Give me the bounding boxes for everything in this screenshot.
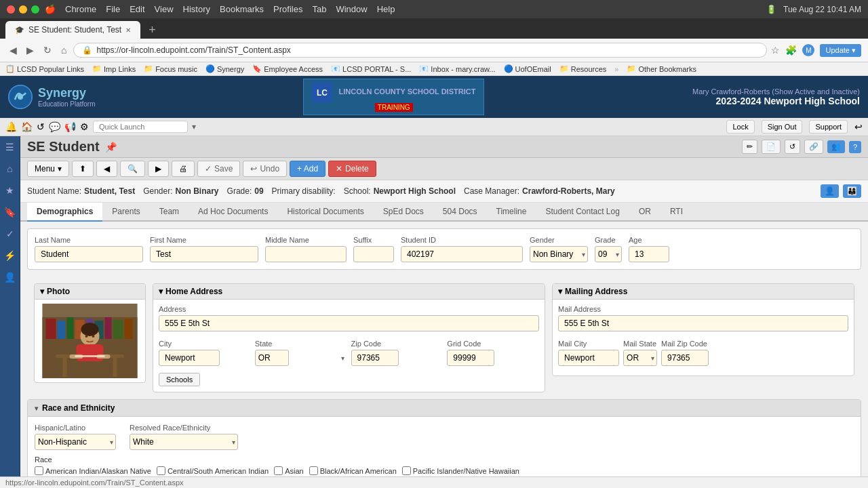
pin-icon[interactable]: 📌 — [105, 142, 117, 152]
grade-select[interactable]: 09 10 11 12 — [595, 246, 622, 262]
bookmark-inbox[interactable]: 📧 Inbox - mary.craw... — [419, 64, 495, 73]
bookmark-synergy[interactable]: 🔵 Synergy — [205, 64, 244, 73]
update-button[interactable]: Update ▾ — [820, 44, 861, 57]
apple-menu[interactable]: 🍎 — [45, 4, 56, 14]
sidebar-home-icon[interactable]: ⌂ — [4, 161, 15, 177]
tab-contact-log[interactable]: Student Contact Log — [536, 203, 629, 222]
bookmark-icon[interactable]: ☆ — [771, 45, 780, 56]
window-menu[interactable]: Window — [336, 4, 367, 14]
student-icon-btn-2[interactable]: 👨‍👩‍👦 — [843, 184, 861, 198]
bookmark-lcsd-popular[interactable]: 📋 LCSD Popular Links — [5, 64, 84, 73]
home-app-icon[interactable]: 🏠 — [21, 121, 33, 132]
tab-adhoc[interactable]: Ad Hoc Documents — [189, 203, 277, 222]
back-nav-icon[interactable]: ↩ — [854, 121, 863, 132]
state-select[interactable]: OR WA CA — [255, 350, 289, 366]
last-name-input[interactable] — [35, 246, 143, 262]
sidebar-bookmark-icon[interactable]: 🔖 — [1, 204, 18, 220]
bookmark-employee[interactable]: 🔖 Employee Access — [252, 64, 323, 73]
city-input[interactable] — [159, 350, 220, 366]
bookmark-other[interactable]: 📁 Other Bookmarks — [627, 64, 696, 73]
refresh-page-button[interactable]: ↺ — [785, 140, 800, 154]
sidebar-lightning-icon[interactable]: ⚡ — [1, 247, 18, 264]
tab-timeline[interactable]: Timeline — [487, 203, 536, 222]
quick-launch-input[interactable] — [93, 121, 188, 133]
help-menu[interactable]: Help — [377, 4, 395, 14]
sidebar-menu-icon[interactable]: ☰ — [3, 139, 17, 155]
student-icon-btn-1[interactable]: 👤 — [821, 184, 839, 198]
extensions-icon[interactable]: 🧩 — [785, 45, 797, 56]
sidebar-star-icon[interactable]: ★ — [3, 182, 17, 199]
forward-button[interactable]: ▶ — [24, 43, 37, 57]
tab-parents[interactable]: Parents — [102, 203, 149, 222]
race-cb-american-indian-input[interactable] — [35, 466, 43, 475]
quick-launch-dropdown[interactable]: ▾ — [192, 122, 196, 131]
mail-state-select[interactable]: OR WA CA — [623, 350, 657, 366]
home-button[interactable]: ⌂ — [58, 43, 69, 57]
bookmark-imp-links[interactable]: 📁 Imp Links — [92, 64, 136, 73]
link-button[interactable]: 🔗 — [804, 140, 823, 154]
lock-button[interactable]: Lock — [726, 120, 754, 134]
age-input[interactable] — [629, 246, 669, 262]
mailing-address-header[interactable]: ▾ Mailing Address — [553, 284, 854, 300]
back-button[interactable]: ◀ — [7, 43, 20, 57]
student-id-input[interactable] — [401, 246, 523, 262]
fullscreen-button[interactable] — [31, 5, 39, 14]
bookmark-lcsd-portal[interactable]: 📧 LCSD PORTAL - S... — [331, 64, 411, 73]
first-name-input[interactable] — [150, 246, 258, 262]
tab-close-button[interactable]: ✕ — [125, 26, 131, 34]
bookmarks-menu[interactable]: Bookmarks — [220, 4, 264, 14]
print-button[interactable]: 🖨 — [172, 161, 195, 177]
race-section-header[interactable]: ▾ Race and Ethnicity — [28, 400, 861, 417]
chat-icon[interactable]: 💬 — [49, 121, 60, 132]
mail-address-input[interactable] — [558, 315, 848, 331]
menu-button[interactable]: Menu ▾ — [27, 161, 69, 177]
export-button[interactable]: ⬆ — [72, 161, 94, 177]
delete-button[interactable]: ✕ Delete — [328, 161, 376, 177]
close-button[interactable] — [7, 5, 15, 14]
tab-504[interactable]: 504 Docs — [433, 203, 487, 222]
tab-team[interactable]: Team — [150, 203, 189, 222]
resolved-race-select[interactable]: White Black/African American Asian Hispa… — [130, 434, 238, 450]
profiles-menu[interactable]: Profiles — [273, 4, 302, 14]
refresh-app-icon[interactable]: ↺ — [37, 121, 45, 132]
browser-tab-active[interactable]: 🎓 SE Student: Student, Test ✕ — [5, 21, 140, 39]
suffix-input[interactable] — [353, 246, 394, 262]
tab-menu[interactable]: Tab — [312, 4, 326, 14]
gender-select[interactable]: Non Binary Male Female — [530, 246, 588, 262]
edit-menu[interactable]: Edit — [130, 4, 144, 14]
bookmark-focus-music[interactable]: 📁 Focus music — [144, 64, 197, 73]
race-cb-central-south-input[interactable] — [157, 466, 165, 475]
document-button[interactable]: 📄 — [762, 140, 781, 154]
tab-historical[interactable]: Historical Documents — [277, 203, 373, 222]
address-input[interactable] — [159, 315, 539, 331]
search-button[interactable]: 🔍 — [120, 161, 145, 177]
file-menu[interactable]: File — [106, 4, 120, 14]
refresh-button[interactable]: ↻ — [41, 43, 54, 57]
support-button[interactable]: Support — [809, 120, 848, 134]
tab-sped[interactable]: SpEd Docs — [374, 203, 433, 222]
save-button[interactable]: ✓ Save — [197, 161, 240, 177]
prev-button[interactable]: ◀ — [96, 161, 117, 177]
add-button[interactable]: + Add — [290, 161, 326, 177]
mail-zip-input[interactable] — [661, 350, 709, 366]
bookmark-resources[interactable]: 📁 Resources — [559, 64, 607, 73]
tab-demographics[interactable]: Demographics — [27, 203, 102, 222]
help-button[interactable]: ? — [849, 141, 861, 153]
edit-button[interactable]: ✏ — [742, 140, 757, 154]
hispanic-select[interactable]: Non-Hispanic Hispanic — [35, 434, 116, 450]
race-cb-black-input[interactable] — [309, 466, 318, 475]
alert-icon[interactable]: 🔔 — [5, 121, 17, 132]
user-add-button[interactable]: 👥 — [827, 140, 845, 153]
history-menu[interactable]: History — [183, 4, 210, 14]
megaphone-icon[interactable]: 📢 — [64, 121, 76, 132]
home-address-header[interactable]: ▾ Home Address — [153, 284, 545, 300]
undo-button[interactable]: ↩ Undo — [243, 161, 287, 177]
zip-input[interactable] — [351, 350, 399, 366]
tab-rti[interactable]: RTI — [660, 203, 692, 222]
next-button[interactable]: ▶ — [148, 161, 169, 177]
minimize-button[interactable] — [19, 5, 27, 14]
chrome-menu[interactable]: Chrome — [65, 4, 96, 14]
race-cb-asian-input[interactable] — [274, 466, 283, 475]
tab-or[interactable]: OR — [629, 203, 660, 222]
photo-section-header[interactable]: ▾ Photo — [35, 284, 145, 300]
